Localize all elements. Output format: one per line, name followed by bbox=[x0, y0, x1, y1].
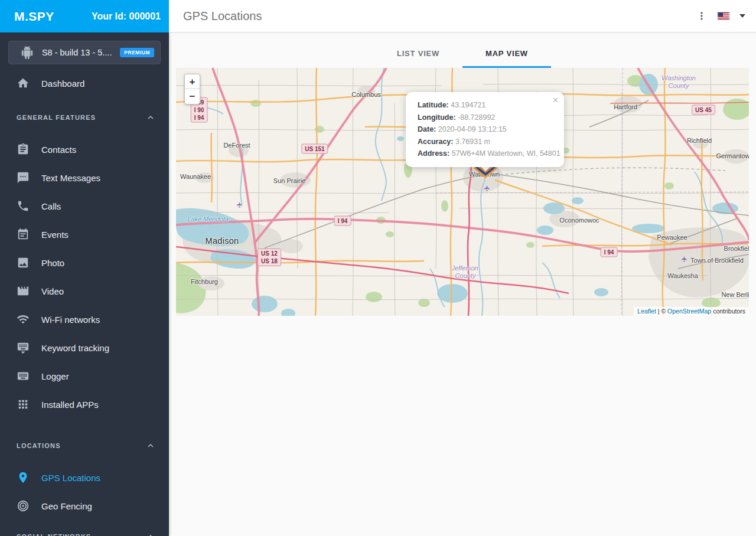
sidebar-section-general-features[interactable]: GENERAL FEATURES bbox=[0, 106, 169, 129]
language-flag-icon[interactable] bbox=[717, 12, 730, 20]
map-attribution: Leaflet | © OpenStreetMap contributors bbox=[634, 307, 749, 316]
view-tabs: LIST VIEWMAP VIEW bbox=[169, 32, 756, 68]
section-label: LOCATIONS bbox=[17, 442, 61, 449]
section-label: GENERAL FEATURES bbox=[17, 114, 96, 121]
attribution-suffix: contributors bbox=[711, 308, 745, 315]
page-title: GPS Locations bbox=[183, 9, 696, 23]
sidebar-item-dashboard[interactable]: Dashboard bbox=[0, 69, 169, 97]
tab-map-view[interactable]: MAP VIEW bbox=[462, 37, 551, 68]
mspy-logo[interactable]: M.SPY bbox=[14, 9, 54, 24]
sidebar-item-label: Dashboard bbox=[41, 79, 84, 89]
popup-row: Date: 2020-04-09 13:12:15 bbox=[418, 123, 553, 136]
sidebar-item-logger[interactable]: Logger bbox=[0, 362, 169, 390]
chevron-down-icon[interactable] bbox=[739, 14, 745, 18]
sidebar-item-label: Logger bbox=[41, 371, 69, 381]
sidebar-item-keyword-tracking[interactable]: Keyword tracking bbox=[0, 334, 169, 362]
sidebar-item-wifi-networks[interactable]: Wi-Fi networks bbox=[0, 305, 169, 334]
user-id-label: Your Id: 000001 bbox=[92, 11, 161, 22]
section-label: SOCIAL NETWORKS bbox=[17, 533, 92, 536]
popup-row: Latitude: 43.194721 bbox=[418, 99, 553, 112]
sidebar-item-photo[interactable]: Photo bbox=[0, 249, 169, 277]
sidebar-item-contacts[interactable]: Contacts bbox=[0, 135, 169, 164]
sidebar-item-label: Contacts bbox=[41, 145, 76, 155]
attribution-separator: | © bbox=[656, 308, 667, 315]
sidebar-item-label: Calls bbox=[41, 201, 61, 211]
popup-row: Accuracy: 3.76931 m bbox=[418, 136, 553, 148]
sidebar-item-text-messages[interactable]: Text Messages bbox=[0, 164, 169, 192]
kebab-menu-icon[interactable] bbox=[696, 10, 708, 22]
android-icon bbox=[21, 46, 34, 59]
leaflet-link[interactable]: Leaflet bbox=[637, 308, 656, 315]
phone-icon bbox=[17, 200, 30, 213]
zoom-out-button[interactable]: − bbox=[185, 89, 200, 104]
sidebar-item-label: GPS Locations bbox=[41, 473, 100, 483]
zoom-in-button[interactable]: + bbox=[185, 74, 200, 89]
chat-icon bbox=[17, 171, 30, 184]
close-icon[interactable]: × bbox=[553, 96, 558, 105]
sidebar-item-label: Text Messages bbox=[41, 173, 100, 183]
apps-icon bbox=[17, 398, 30, 411]
sidebar: S8 - build 13 - 5.... PREMIUM DashboardG… bbox=[0, 32, 169, 536]
sidebar-item-video[interactable]: Video bbox=[0, 277, 169, 305]
brand-bar: M.SPY Your Id: 000001 bbox=[0, 0, 169, 32]
device-selector[interactable]: S8 - build 13 - 5.... PREMIUM bbox=[8, 41, 161, 64]
device-name: S8 - build 13 - 5.... bbox=[34, 48, 120, 57]
sidebar-section-locations[interactable]: LOCATIONS bbox=[0, 434, 169, 457]
sidebar-item-label: Photo bbox=[41, 258, 64, 268]
calendar-icon bbox=[17, 228, 30, 241]
topbar: GPS Locations bbox=[169, 0, 756, 32]
sidebar-section-social-networks[interactable]: SOCIAL NETWORKS bbox=[0, 525, 169, 536]
sidebar-item-label: Events bbox=[41, 230, 69, 240]
home-icon bbox=[17, 77, 30, 90]
topbar-actions bbox=[696, 10, 745, 22]
sidebar-item-label: Wi-Fi networks bbox=[41, 315, 100, 325]
map-zoom-control: + − bbox=[184, 74, 200, 104]
sidebar-item-installed-apps[interactable]: Installed APPs bbox=[0, 390, 169, 419]
sidebar-item-events[interactable]: Events bbox=[0, 220, 169, 249]
location-popup: × Latitude: 43.194721Longitude: -88.7289… bbox=[406, 92, 564, 167]
chevron-up-icon bbox=[145, 112, 156, 123]
sidebar-nav: DashboardGENERAL FEATURESContactsText Me… bbox=[0, 69, 169, 536]
sidebar-item-label: Geo Fencing bbox=[41, 501, 92, 511]
osm-link[interactable]: OpenStreetMap bbox=[667, 308, 711, 315]
sidebar-item-label: Video bbox=[41, 286, 64, 296]
sidebar-item-label: Installed APPs bbox=[41, 400, 99, 410]
main-content: LIST VIEWMAP VIEW bbox=[169, 32, 756, 536]
sidebar-item-gps-locations[interactable]: GPS Locations bbox=[0, 463, 169, 492]
sidebar-item-label: Keyword tracking bbox=[41, 343, 109, 353]
map-canvas[interactable]: ColumbusWashingtonCountyHartfordRichfiel… bbox=[176, 68, 749, 316]
clipboard-icon bbox=[17, 143, 30, 156]
tab-list-view[interactable]: LIST VIEW bbox=[374, 37, 462, 68]
wifi-icon bbox=[17, 313, 30, 326]
keyboard-icon bbox=[17, 370, 30, 383]
popup-row: Longitude: -88.728992 bbox=[418, 112, 553, 124]
geofence-icon bbox=[17, 499, 30, 512]
chevron-up-icon bbox=[145, 440, 156, 451]
movie-icon bbox=[17, 285, 30, 298]
android-icon bbox=[21, 46, 34, 59]
popup-rows: Latitude: 43.194721Longitude: -88.728992… bbox=[418, 99, 553, 160]
premium-badge: PREMIUM bbox=[120, 48, 154, 57]
popup-row: Address: 57W6+4M Watertown, WI, 54801 bbox=[418, 148, 553, 160]
sidebar-item-geo-fencing[interactable]: Geo Fencing bbox=[0, 492, 169, 520]
chevron-up-icon bbox=[145, 531, 156, 536]
image-icon bbox=[17, 256, 30, 269]
pin-icon bbox=[17, 471, 30, 484]
keyboard-hide-icon bbox=[17, 341, 30, 354]
sidebar-item-calls[interactable]: Calls bbox=[0, 192, 169, 220]
